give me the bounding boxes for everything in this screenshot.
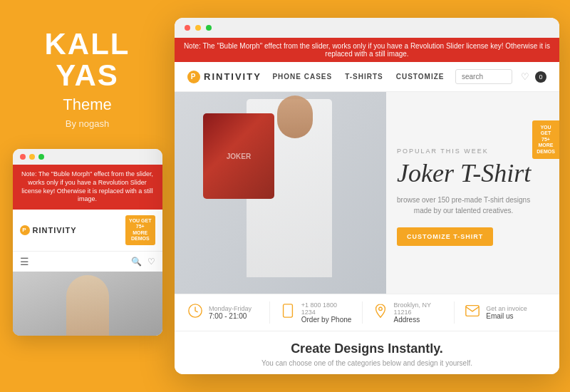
info-phone-text: +1 800 1800 1234 Order by Phone bbox=[301, 301, 352, 324]
info-item-email: Get an invoice Email us bbox=[465, 301, 546, 324]
nav-link-phone[interactable]: PHONE CASES bbox=[272, 73, 332, 81]
browser-logo-circle: P bbox=[187, 71, 200, 83]
browser-nav-right: ♡ 0 bbox=[455, 69, 546, 84]
browser-dot-red bbox=[185, 25, 190, 31]
mobile-card-header bbox=[13, 149, 162, 165]
svg-rect-1 bbox=[283, 304, 292, 317]
dot-red bbox=[20, 154, 26, 160]
popular-label: POPULAR THIS WEEK bbox=[397, 148, 489, 155]
browser-chrome bbox=[175, 18, 559, 38]
search-icon: 🔍 bbox=[131, 257, 142, 267]
nav-link-tshirts[interactable]: T-SHIRTS bbox=[345, 73, 383, 81]
hero-description: browse over 150 pre-made T-shirt designs… bbox=[397, 195, 530, 216]
browser-bottom: Create Designs Instantly. You can choose… bbox=[175, 331, 559, 374]
wishlist-icon[interactable]: ♡ bbox=[521, 71, 529, 82]
browser-mockup: Note: The "Buble Morph" effect from the … bbox=[175, 18, 559, 374]
browser-banner: Note: The "Buble Morph" effect from the … bbox=[175, 38, 559, 62]
mobile-logo: P RINTIVITY bbox=[20, 225, 77, 235]
info-address-text: Brooklyn, NY 11216 Address bbox=[394, 301, 445, 324]
left-panel: KALL YAS Theme By nogash Note: The "Bubl… bbox=[0, 0, 175, 392]
browser-nav-links: PHONE CASES T-SHIRTS CUSTOMIZE bbox=[272, 73, 444, 81]
brand-title: KALL YAS bbox=[45, 29, 130, 91]
phone-icon bbox=[280, 303, 296, 322]
mobile-banner: Note: The "Buble Morph" effect from the … bbox=[13, 165, 162, 210]
mobile-logo-bar: P RINTIVITY YOU GET 75+ MORE DEMOS bbox=[13, 210, 162, 251]
mobile-toolbar-icons: 🔍 ♡ bbox=[131, 257, 155, 267]
cart-badge[interactable]: 0 bbox=[535, 71, 546, 83]
browser-dot-yellow bbox=[195, 25, 201, 31]
info-item-hours: Monday-Friday 7:00 - 21:00 bbox=[187, 301, 270, 324]
heart-icon: ♡ bbox=[147, 257, 155, 267]
brand-author: By nogash bbox=[66, 118, 109, 129]
nav-link-customize[interactable]: CUSTOMIZE bbox=[396, 73, 445, 81]
hamburger-icon: ☰ bbox=[20, 256, 29, 267]
info-hours-text: Monday-Friday 7:00 - 21:00 bbox=[209, 305, 252, 320]
brand-subtitle: Theme bbox=[63, 96, 111, 114]
dot-green bbox=[38, 154, 44, 160]
browser-dot-green bbox=[206, 25, 212, 31]
info-item-address: Brooklyn, NY 11216 Address bbox=[373, 301, 455, 324]
svg-point-3 bbox=[378, 307, 382, 311]
browser-hero: JOKER POPULAR THIS WEEK Joker T-Shirt br… bbox=[175, 92, 559, 294]
hero-title: Joker T-Shirt bbox=[397, 160, 531, 186]
page-wrapper: KALL YAS Theme By nogash Note: The "Bubl… bbox=[0, 0, 570, 392]
browser-nav: P RINTIVITY PHONE CASES T-SHIRTS CUSTOMI… bbox=[175, 62, 559, 92]
dot-yellow bbox=[29, 154, 35, 160]
browser-search-input[interactable] bbox=[455, 69, 512, 84]
person-head bbox=[277, 96, 313, 138]
browser-info-bar: Monday-Friday 7:00 - 21:00 +1 800 1800 1… bbox=[175, 294, 559, 331]
bottom-title: Create Designs Instantly. bbox=[187, 341, 546, 356]
browser-logo: P RINTIVITY bbox=[187, 71, 261, 83]
mobile-demo-badge: YOU GET 75+ MORE DEMOS bbox=[125, 215, 155, 245]
info-email-text: Get an invoice Email us bbox=[486, 305, 527, 320]
joker-graphic: JOKER bbox=[203, 113, 274, 199]
hero-image-area: JOKER bbox=[175, 92, 386, 294]
mobile-preview-card: Note: The "Buble Morph" effect from the … bbox=[13, 149, 162, 335]
browser-nav-icons: ♡ 0 bbox=[521, 71, 546, 83]
mobile-logo-circle: P bbox=[20, 225, 30, 235]
location-icon bbox=[373, 303, 388, 322]
mobile-toolbar: ☰ 🔍 ♡ bbox=[13, 251, 162, 272]
mobile-hero-image bbox=[13, 272, 162, 336]
email-icon bbox=[465, 303, 480, 322]
mobile-hero-area bbox=[13, 272, 162, 336]
clock-icon bbox=[187, 303, 203, 322]
info-item-phone: +1 800 1800 1234 Order by Phone bbox=[280, 301, 363, 324]
bottom-description: You can choose one of the categories bel… bbox=[187, 359, 546, 367]
demo-tab[interactable]: YOU GET 75+ MORE DEMOS bbox=[532, 120, 559, 159]
customize-button[interactable]: CUSTOMIZE T-SHIRT bbox=[397, 227, 493, 246]
